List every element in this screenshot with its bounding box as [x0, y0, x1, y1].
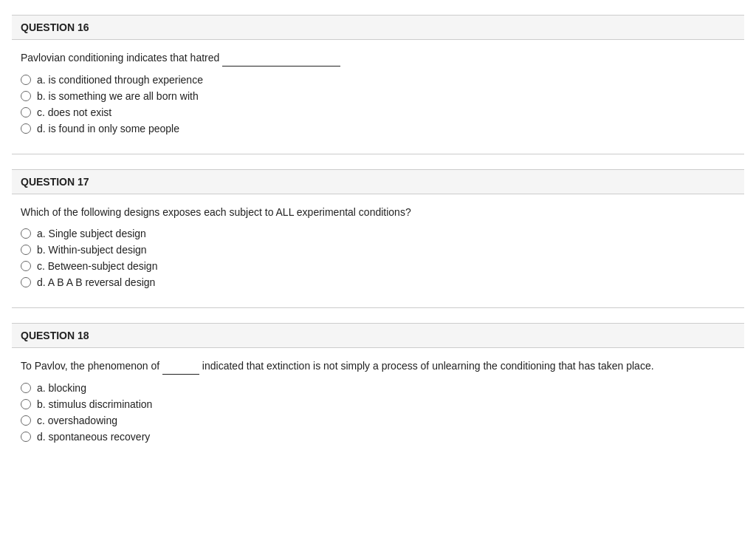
radio-icon-q18-c[interactable] [21, 415, 31, 426]
option-q18-b[interactable]: b. stimulus discrimination [21, 398, 735, 410]
option-label-q17-c: c. Between-subject design [37, 260, 157, 272]
radio-icon-q17-d[interactable] [21, 277, 31, 287]
question-prompt-q16: Pavlovian conditioning indicates that ha… [21, 50, 735, 67]
option-q17-c[interactable]: c. Between-subject design [21, 260, 735, 272]
option-label-q16-d: d. is found in only some people [37, 123, 179, 134]
radio-icon-q17-c[interactable] [21, 261, 31, 271]
option-q16-b[interactable]: b. is something we are all born with [21, 90, 735, 102]
radio-icon-q16-b[interactable] [21, 91, 31, 101]
question-title-q18: QUESTION 18 [21, 330, 89, 341]
option-q17-a[interactable]: a. Single subject design [21, 228, 735, 239]
option-label-q16-c: c. does not exist [37, 106, 111, 118]
option-q18-a[interactable]: a. blocking [21, 382, 735, 394]
radio-icon-q16-d[interactable] [21, 123, 31, 134]
question-header-q18: QUESTION 18 [12, 323, 744, 348]
question-body-q16: Pavlovian conditioning indicates that ha… [12, 50, 744, 154]
option-label-q18-b: b. stimulus discrimination [37, 398, 152, 410]
radio-icon-q18-d[interactable] [21, 432, 31, 442]
page-container: QUESTION 16Pavlovian conditioning indica… [0, 0, 756, 477]
option-q17-b[interactable]: b. Within-subject design [21, 244, 735, 256]
radio-icon-q18-a[interactable] [21, 383, 31, 393]
question-prompt-q18: To Pavlov, the phenomenon of indicated t… [21, 358, 735, 375]
option-q16-d[interactable]: d. is found in only some people [21, 123, 735, 134]
option-q17-d[interactable]: d. A B A B reversal design [21, 276, 735, 288]
option-q18-c[interactable]: c. overshadowing [21, 415, 735, 426]
radio-icon-q18-b[interactable] [21, 399, 31, 409]
radio-icon-q17-a[interactable] [21, 228, 31, 239]
radio-icon-q17-b[interactable] [21, 245, 31, 255]
question-block-q17: QUESTION 17Which of the following design… [12, 169, 744, 307]
blank-q18 [162, 358, 199, 375]
question-title-q17: QUESTION 17 [21, 176, 89, 188]
option-label-q17-d: d. A B A B reversal design [37, 276, 155, 288]
question-block-q18: QUESTION 18To Pavlov, the phenomenon of … [12, 323, 744, 462]
question-body-q17: Which of the following designs exposes e… [12, 205, 744, 307]
radio-icon-q16-a[interactable] [21, 75, 31, 85]
question-header-q17: QUESTION 17 [12, 169, 744, 194]
radio-icon-q16-c[interactable] [21, 107, 31, 117]
options-list-q17: a. Single subject designb. Within-subjec… [21, 228, 735, 288]
blank-q16 [222, 50, 340, 67]
question-body-q18: To Pavlov, the phenomenon of indicated t… [12, 358, 744, 462]
question-block-q16: QUESTION 16Pavlovian conditioning indica… [12, 15, 744, 154]
option-label-q18-d: d. spontaneous recovery [37, 431, 150, 443]
question-header-q16: QUESTION 16 [12, 15, 744, 40]
option-q18-d[interactable]: d. spontaneous recovery [21, 431, 735, 443]
option-label-q17-a: a. Single subject design [37, 228, 146, 239]
option-label-q16-b: b. is something we are all born with [37, 90, 199, 102]
question-title-q16: QUESTION 16 [21, 21, 89, 33]
option-q16-a[interactable]: a. is conditioned through experience [21, 74, 735, 86]
question-prompt-q17: Which of the following designs exposes e… [21, 205, 735, 220]
options-list-q18: a. blockingb. stimulus discriminationc. … [21, 382, 735, 443]
option-q16-c[interactable]: c. does not exist [21, 106, 735, 118]
option-label-q18-c: c. overshadowing [37, 415, 117, 426]
option-label-q18-a: a. blocking [37, 382, 86, 394]
option-label-q17-b: b. Within-subject design [37, 244, 147, 256]
options-list-q16: a. is conditioned through experienceb. i… [21, 74, 735, 134]
option-label-q16-a: a. is conditioned through experience [37, 74, 203, 86]
